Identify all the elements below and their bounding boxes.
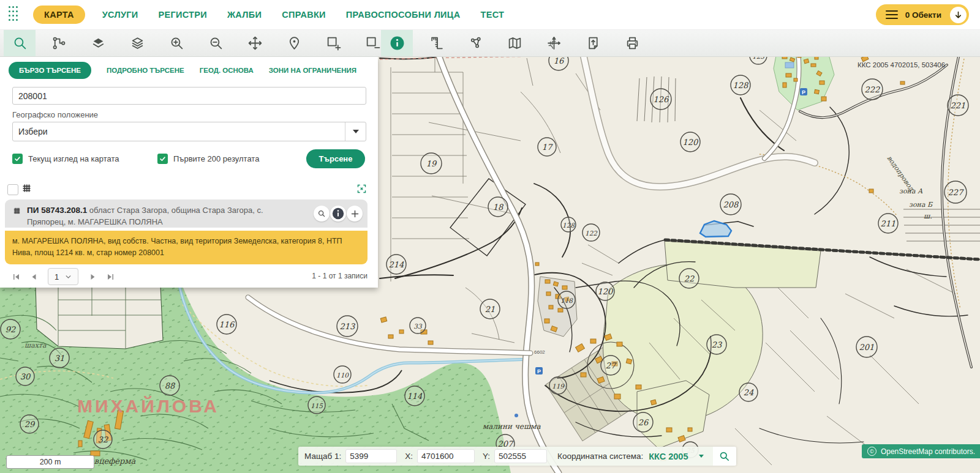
previous-page-icon[interactable] [28, 270, 40, 283]
svg-text:21: 21 [485, 305, 496, 314]
scale-input[interactable] [345, 449, 397, 463]
last-page-icon[interactable] [104, 270, 116, 283]
parcel-number-circle[interactable]: 31 [50, 348, 69, 368]
tab-3[interactable]: ГЕОД. ОСНОВА [200, 67, 254, 74]
parcel-number-circle[interactable]: 118 [558, 291, 575, 308]
map-label: зона А [899, 187, 923, 195]
tool-search[interactable] [4, 29, 36, 56]
pagination-summary: 1 - 1 от 1 записи [312, 272, 368, 280]
parcel-number-circle[interactable]: 29 [20, 415, 39, 433]
first-200-checkbox[interactable] [157, 154, 168, 164]
add-result-icon[interactable] [347, 206, 363, 222]
expand-icon[interactable] [356, 184, 367, 196]
nav-item-7[interactable]: ТЕСТ [481, 10, 505, 20]
tool-layers[interactable] [82, 29, 114, 56]
search-button[interactable]: Търсене [306, 149, 365, 168]
parcel-number-circle[interactable]: 214 [386, 255, 406, 274]
coordinates-search-icon[interactable] [713, 447, 736, 466]
objects-button[interactable]: 0 Обекти [876, 4, 969, 25]
parcel-number-circle[interactable]: 32 [94, 430, 112, 449]
nav-item-5[interactable]: СПРАВКИ [282, 10, 326, 20]
first-page-icon[interactable] [10, 270, 22, 283]
page-select[interactable]: 1 [48, 268, 78, 285]
parcel-number-circle[interactable]: 115 [308, 397, 325, 414]
parcel-number-circle[interactable]: 213 [337, 316, 358, 337]
tool-zoom-out[interactable] [200, 29, 232, 56]
grid-hash-icon [21, 182, 32, 196]
tool-map-fold[interactable] [499, 29, 530, 56]
geo-location-select[interactable]: Избери [12, 122, 366, 141]
svg-text:32: 32 [98, 435, 108, 444]
result-title: ПИ 58743.208.1 област Стара Загора, общи… [27, 204, 303, 228]
parcel-number-circle[interactable]: 22 [679, 269, 699, 288]
parcel-number-circle[interactable]: 24 [739, 383, 758, 401]
parcel-number-circle[interactable]: 126 [650, 89, 671, 110]
tab-1[interactable]: БЪРЗО ТЪРСЕНЕ [9, 62, 91, 79]
parcel-number-circle[interactable]: 88 [160, 376, 179, 395]
parcel-number-circle[interactable]: 227 [944, 181, 967, 203]
x-coordinate-input[interactable] [417, 449, 475, 463]
search-input[interactable] [12, 87, 366, 105]
select-all-checkbox[interactable] [7, 184, 18, 195]
parcel-number-circle[interactable]: 208 [720, 194, 741, 215]
tab-2[interactable]: ПОДРОБНО ТЪРСЕНЕ [107, 67, 184, 74]
grid-dots-icon[interactable] [9, 6, 20, 23]
tab-4[interactable]: ЗОНИ НА ОГРАНИЧЕНИЯ [269, 67, 356, 74]
parcel-number-circle[interactable]: 26 [633, 412, 653, 432]
parcel-number-circle[interactable]: 23 [707, 335, 726, 354]
parcel-number-circle[interactable]: 116 [217, 315, 236, 334]
nav-item-3[interactable]: РЕГИСТРИ [159, 10, 207, 20]
crs-chevron-down-icon[interactable] [699, 455, 704, 458]
tool-export[interactable] [577, 29, 609, 56]
parcel-number-circle[interactable]: 120 [680, 132, 700, 152]
parcel-number-circle[interactable]: 122 [582, 224, 600, 241]
nav-item-6[interactable]: ПРАВОСПОСОБНИ ЛИЦА [346, 10, 461, 20]
y-coordinate-input[interactable] [494, 449, 547, 463]
current-view-checkbox[interactable] [12, 154, 23, 164]
tool-measure[interactable] [420, 29, 452, 56]
parcel-number-circle[interactable]: 128 [561, 217, 576, 232]
tool-location-pin[interactable] [278, 29, 310, 56]
parcel-number-circle[interactable]: 201 [856, 337, 877, 357]
zoom-to-result-icon[interactable] [314, 206, 330, 222]
building [688, 428, 692, 431]
tool-polygon[interactable] [459, 29, 491, 56]
tool-pan[interactable] [239, 29, 271, 56]
tool-axes[interactable] [538, 29, 570, 56]
parcel-number-circle[interactable]: 19 [421, 153, 442, 174]
parcel-number-circle[interactable]: 119 [549, 377, 567, 394]
result-info-icon[interactable] [330, 206, 346, 222]
tool-layers-stack[interactable] [121, 29, 153, 56]
parcel-number-circle[interactable]: 211 [878, 214, 898, 233]
parcel-number-circle[interactable]: 33 [410, 318, 426, 333]
parcel-number-circle[interactable]: 221 [948, 95, 968, 116]
tool-print[interactable] [616, 29, 648, 56]
parcel-number-circle[interactable]: 18 [488, 197, 508, 217]
svg-text:92: 92 [6, 325, 16, 334]
result-item[interactable]: ПИ 58743.208.1 област Стара Загора, общи… [5, 199, 368, 228]
osm-attribution[interactable]: © OpenStreetMap contributors. [862, 444, 980, 458]
parcel-number-circle[interactable]: 17 [538, 138, 556, 156]
parcel-number-circle[interactable]: 128 [731, 75, 750, 95]
print-icon [625, 35, 640, 51]
crs-value[interactable]: ККС 2005 [649, 452, 688, 461]
arrow-down-icon[interactable] [950, 7, 967, 23]
nav-item-1[interactable]: КАРТА [33, 6, 85, 24]
parcel-number-circle[interactable]: 114 [405, 386, 424, 406]
parcel-number-circle[interactable]: 27 [601, 356, 620, 375]
svg-text:227: 227 [948, 188, 965, 197]
parcel-number-circle[interactable]: 30 [16, 367, 34, 385]
parcel-number-circle[interactable]: 110 [334, 366, 351, 383]
nav-item-4[interactable]: ЖАЛБИ [227, 10, 262, 20]
nav-item-2[interactable]: УСЛУГИ [102, 10, 138, 20]
tool-select-add[interactable] [317, 29, 349, 56]
tool-route[interactable] [43, 29, 75, 56]
tool-info[interactable] [381, 29, 413, 56]
parcel-number-circle[interactable]: 120 [596, 282, 614, 300]
parcel-number-circle[interactable]: 92 [1, 319, 20, 339]
parcel-number-circle[interactable]: 222 [862, 79, 883, 100]
next-page-icon[interactable] [86, 270, 99, 283]
parcel-number-circle[interactable]: 21 [480, 299, 500, 319]
tool-zoom-in[interactable] [160, 29, 192, 56]
chevron-down-icon[interactable] [345, 122, 366, 141]
